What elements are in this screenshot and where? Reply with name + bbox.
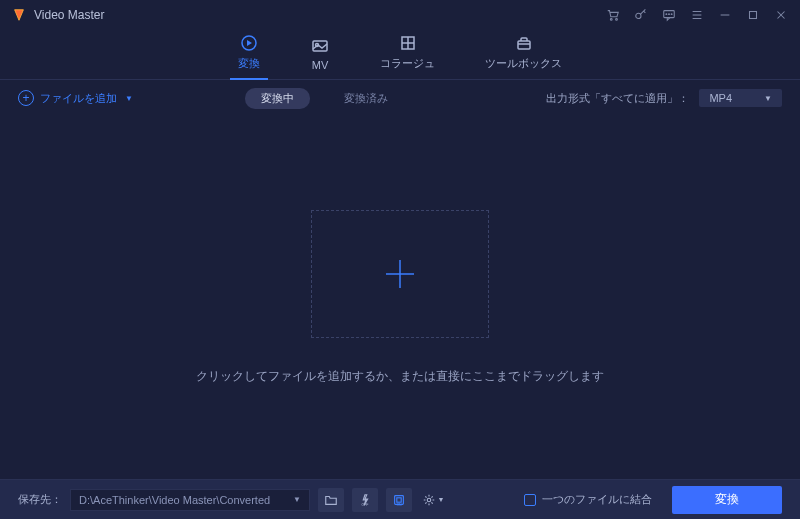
status-converting-pill[interactable]: 変換中	[245, 88, 310, 109]
convert-button[interactable]: 変換	[672, 486, 782, 514]
tab-toolbox[interactable]: ツールボックス	[485, 34, 562, 79]
tab-convert[interactable]: 変換	[238, 34, 260, 79]
merge-checkbox[interactable]: 一つのファイルに結合	[524, 492, 652, 507]
caret-down-icon: ▼	[125, 94, 133, 103]
app-title: Video Master	[34, 8, 104, 22]
settings-button[interactable]: ▼	[420, 488, 446, 512]
toolbox-icon	[514, 34, 534, 52]
save-path-label: 保存先：	[18, 492, 62, 507]
titlebar: Video Master	[0, 0, 800, 30]
caret-down-icon: ▼	[293, 495, 301, 504]
svg-rect-11	[750, 12, 757, 19]
hw-accel-off-button[interactable]: OFF	[352, 488, 378, 512]
svg-point-4	[666, 14, 667, 15]
svg-point-6	[671, 14, 672, 15]
titlebar-right	[606, 8, 788, 22]
svg-point-28	[427, 498, 431, 502]
merge-label: 一つのファイルに結合	[542, 492, 652, 507]
tab-collage[interactable]: コラージュ	[380, 34, 435, 79]
main-tabs: 変換 MV コラージュ ツールボックス	[0, 30, 800, 80]
status-done-pill[interactable]: 変換済み	[328, 88, 404, 109]
dropzone-hint: クリックしてファイルを追加するか、または直接にここまでドラッグします	[196, 368, 604, 385]
tab-mv[interactable]: MV	[310, 37, 330, 79]
svg-point-5	[669, 14, 670, 15]
feedback-icon[interactable]	[662, 8, 676, 22]
checkbox-icon	[524, 494, 536, 506]
file-dropzone[interactable]	[311, 210, 489, 338]
mv-icon	[310, 37, 330, 55]
gpu-on-button[interactable]: ON	[386, 488, 412, 512]
collage-icon	[398, 34, 418, 52]
minimize-icon[interactable]	[718, 8, 732, 22]
caret-down-icon: ▼	[764, 94, 772, 103]
key-icon[interactable]	[634, 8, 648, 22]
output-format-select[interactable]: MP4 ▼	[699, 89, 782, 107]
output-format-value: MP4	[709, 92, 732, 104]
maximize-icon[interactable]	[746, 8, 760, 22]
save-path-input[interactable]: D:\AceThinker\Video Master\Converted ▼	[70, 489, 310, 511]
tab-label: 変換	[238, 56, 260, 71]
open-folder-button[interactable]	[318, 488, 344, 512]
svg-point-0	[610, 19, 612, 21]
convert-icon	[239, 34, 259, 52]
svg-point-1	[616, 19, 618, 21]
tab-label: MV	[312, 59, 329, 71]
content-area: クリックしてファイルを追加するか、または直接にここまでドラッグします	[0, 116, 800, 479]
close-icon[interactable]	[774, 8, 788, 22]
svg-text:OFF: OFF	[362, 503, 369, 507]
cart-icon[interactable]	[606, 8, 620, 22]
plus-icon	[380, 254, 420, 294]
svg-point-2	[636, 13, 641, 18]
svg-rect-26	[397, 497, 401, 501]
tab-label: コラージュ	[380, 56, 435, 71]
app-logo-icon	[12, 8, 26, 22]
toolbar: + ファイルを追加 ▼ 変換中 変換済み 出力形式「すべてに適用」： MP4 ▼	[0, 80, 800, 116]
save-path-value: D:\AceThinker\Video Master\Converted	[79, 494, 270, 506]
menu-icon[interactable]	[690, 8, 704, 22]
add-file-button[interactable]: + ファイルを追加 ▼	[18, 90, 133, 106]
add-file-label: ファイルを追加	[40, 91, 117, 106]
svg-text:ON: ON	[396, 503, 402, 507]
tab-label: ツールボックス	[485, 56, 562, 71]
plus-circle-icon: +	[18, 90, 34, 106]
bottombar: 保存先： D:\AceThinker\Video Master\Converte…	[0, 479, 800, 519]
svg-rect-20	[518, 41, 530, 49]
output-format-label: 出力形式「すべてに適用」：	[546, 91, 689, 106]
titlebar-left: Video Master	[12, 8, 104, 22]
